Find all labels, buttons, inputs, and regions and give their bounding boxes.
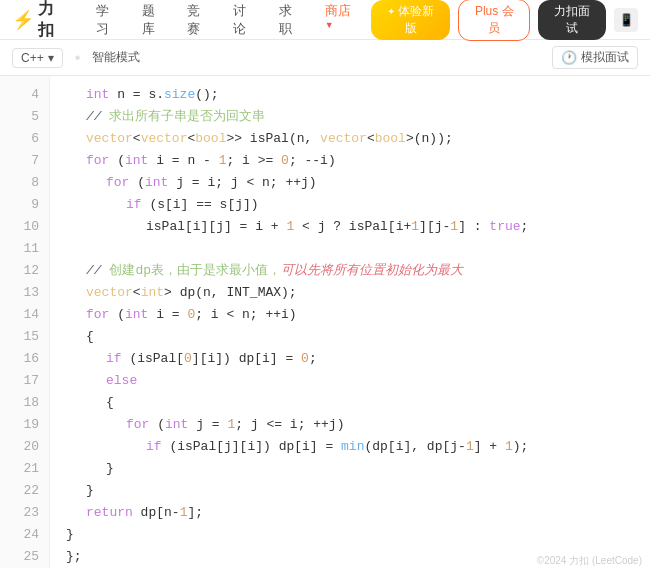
line-numbers: 4 5 6 7 8 9 10 11 12 13 14 15 16 17 18 1… bbox=[0, 76, 50, 568]
nav-links: 学习 题库 竞赛 讨论 求职 商店 ▼ bbox=[88, 0, 371, 42]
code-line-12: // 创建dp表，由于是求最小值， 可以先将所有位置初始化为最大 bbox=[66, 260, 650, 282]
code-line-23: return dp[n- 1 ]; bbox=[66, 502, 650, 524]
mobile-icon[interactable]: 📱 bbox=[614, 8, 638, 32]
code-line-22: } bbox=[66, 480, 650, 502]
code-editor[interactable]: 4 5 6 7 8 9 10 11 12 13 14 15 16 17 18 1… bbox=[0, 76, 650, 568]
logo-icon: ⚡ bbox=[12, 9, 34, 31]
simulate-button[interactable]: 🕐 模拟面试 bbox=[552, 46, 638, 69]
nav-discuss[interactable]: 讨论 bbox=[225, 0, 267, 42]
code-line-9: if (s[i] == s[j]) bbox=[66, 194, 650, 216]
line-num-24: 24 bbox=[0, 524, 49, 546]
code-line-20: if (isPal[j][i]) dp[i] = min (dp[i], dp[… bbox=[66, 436, 650, 458]
language-selector[interactable]: C++ ▾ bbox=[12, 48, 63, 68]
line-num-21: 21 bbox=[0, 458, 49, 480]
nav-contest[interactable]: 竞赛 bbox=[179, 0, 221, 42]
code-line-19: for ( int j = 1 ; j <= i; ++j) bbox=[66, 414, 650, 436]
line-num-9: 9 bbox=[0, 194, 49, 216]
nav-problems[interactable]: 题库 bbox=[134, 0, 176, 42]
line-num-4: 4 bbox=[0, 84, 49, 106]
line-num-14: 14 bbox=[0, 304, 49, 326]
code-line-4: int n = s. size (); bbox=[66, 84, 650, 106]
line-num-15: 15 bbox=[0, 326, 49, 348]
line-num-22: 22 bbox=[0, 480, 49, 502]
plus-button[interactable]: Plus 会员 bbox=[458, 0, 530, 41]
code-line-24: } bbox=[66, 524, 650, 546]
line-num-19: 19 bbox=[0, 414, 49, 436]
code-line-13: vector < int > dp(n, INT_MAX); bbox=[66, 282, 650, 304]
code-line-8: for ( int j = i; j < n; ++j) bbox=[66, 172, 650, 194]
code-line-18: { bbox=[66, 392, 650, 414]
trial-button[interactable]: ✦ 体验新版 bbox=[371, 0, 450, 40]
line-num-16: 16 bbox=[0, 348, 49, 370]
code-line-5: // 求出所有子串是否为回文串 bbox=[66, 106, 650, 128]
code-line-14: for ( int i = 0 ; i < n; ++i) bbox=[66, 304, 650, 326]
shop-dropdown-arrow: ▼ bbox=[325, 20, 334, 30]
nav-right: ✦ 体验新版 Plus 会员 力扣面试 📱 bbox=[371, 0, 638, 41]
code-line-17: else bbox=[66, 370, 650, 392]
separator: • bbox=[75, 49, 81, 67]
second-navigation: C++ ▾ • 智能模式 🕐 模拟面试 bbox=[0, 40, 650, 76]
nav-study[interactable]: 学习 bbox=[88, 0, 130, 42]
logo[interactable]: ⚡ 力扣 bbox=[12, 0, 70, 41]
mode-button[interactable]: 智能模式 bbox=[92, 49, 140, 66]
line-num-18: 18 bbox=[0, 392, 49, 414]
code-content[interactable]: int n = s. size (); // 求出所有子串是否为回文串 vect… bbox=[50, 76, 650, 568]
line-num-8: 8 bbox=[0, 172, 49, 194]
language-label: C++ bbox=[21, 51, 44, 65]
line-num-5: 5 bbox=[0, 106, 49, 128]
line-num-12: 12 bbox=[0, 260, 49, 282]
line-num-23: 23 bbox=[0, 502, 49, 524]
interview-button[interactable]: 力扣面试 bbox=[538, 0, 606, 40]
second-nav-right: 🕐 模拟面试 bbox=[552, 46, 638, 69]
top-navigation: ⚡ 力扣 学习 题库 竞赛 讨论 求职 商店 ▼ ✦ 体验新版 Plus 会员 … bbox=[0, 0, 650, 40]
line-num-6: 6 bbox=[0, 128, 49, 150]
clock-icon: 🕐 bbox=[561, 50, 577, 65]
code-line-15: { bbox=[66, 326, 650, 348]
code-line-6: vector < vector < bool >> isPal(n, vecto… bbox=[66, 128, 650, 150]
line-num-20: 20 bbox=[0, 436, 49, 458]
code-line-10: isPal[i][j] = i + 1 < j ? isPal[i+ 1 ][j… bbox=[66, 216, 650, 238]
nav-shop[interactable]: 商店 ▼ bbox=[317, 0, 371, 41]
simulate-label: 模拟面试 bbox=[581, 49, 629, 66]
line-num-7: 7 bbox=[0, 150, 49, 172]
code-line-11 bbox=[66, 238, 650, 260]
code-line-21: } bbox=[66, 458, 650, 480]
line-num-17: 17 bbox=[0, 370, 49, 392]
lang-chevron: ▾ bbox=[48, 51, 54, 65]
line-num-13: 13 bbox=[0, 282, 49, 304]
nav-jobs[interactable]: 求职 bbox=[271, 0, 313, 42]
logo-text: 力扣 bbox=[38, 0, 70, 41]
line-num-11: 11 bbox=[0, 238, 49, 260]
code-line-16: if (isPal[ 0 ][i]) dp[i] = 0 ; bbox=[66, 348, 650, 370]
code-line-7: for ( int i = n - 1 ; i >= 0 ; --i) bbox=[66, 150, 650, 172]
line-num-25: 25 bbox=[0, 546, 49, 568]
footer-text: ©2024 力扣 (LeetCode) bbox=[537, 554, 642, 568]
line-num-10: 10 bbox=[0, 216, 49, 238]
